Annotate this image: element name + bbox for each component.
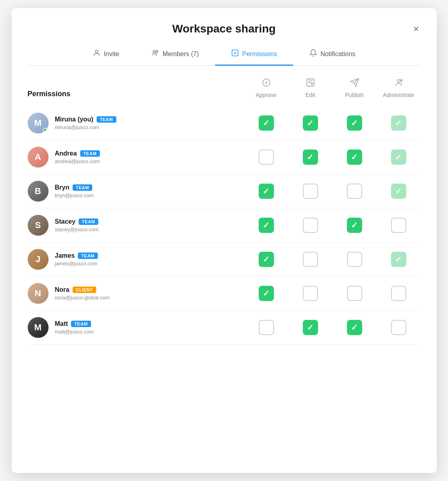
- permission-cells: ✓✓: [212, 252, 421, 267]
- user-email: stacey@jusco.com: [55, 226, 99, 232]
- approve-icon: [262, 78, 271, 89]
- tab-members[interactable]: Members (7): [135, 43, 215, 66]
- invite-icon: [93, 49, 101, 59]
- permission-cell-approve: [244, 150, 288, 165]
- col-approve-label: Approve: [255, 92, 276, 98]
- permission-cell-publish: [332, 252, 377, 267]
- notifications-icon: [309, 49, 317, 59]
- permission-cells: ✓✓: [212, 218, 421, 233]
- avatar: S: [28, 215, 49, 236]
- permission-checkbox[interactable]: [347, 184, 362, 199]
- permission-cell-administrate: ✓: [377, 184, 421, 199]
- user-email: nora@jusco-global.com: [55, 295, 110, 301]
- permission-checkbox[interactable]: ✓: [259, 115, 274, 131]
- members-icon: [151, 49, 159, 59]
- user-email: matt@jusco.com: [55, 329, 94, 335]
- permission-checkbox[interactable]: [391, 286, 406, 301]
- col-administrate-label: Administrate: [383, 92, 414, 98]
- permission-checkbox[interactable]: [391, 320, 406, 335]
- permission-checkbox[interactable]: ✓: [303, 320, 318, 335]
- modal-title: Workspace sharing: [172, 22, 276, 35]
- user-email: james@jusco.com: [55, 261, 98, 267]
- user-name: Nora: [55, 286, 69, 293]
- permission-cell-edit: ✓: [288, 115, 332, 131]
- table-row: MMiruna (you)TEAMmiruna@jusco.com✓✓✓✓: [28, 106, 421, 140]
- tab-notifications-label: Notifications: [320, 51, 355, 58]
- permission-checkbox[interactable]: ✓: [259, 286, 274, 301]
- permission-checkbox[interactable]: ✓: [391, 115, 406, 131]
- permission-cell-publish: ✓: [332, 320, 377, 335]
- permission-checkbox[interactable]: [303, 286, 318, 301]
- tab-members-label: Members (7): [162, 51, 199, 58]
- check-mark: ✓: [351, 221, 358, 229]
- permission-checkbox[interactable]: ✓: [347, 218, 362, 233]
- permission-checkbox[interactable]: [259, 320, 274, 335]
- avatar: A: [28, 147, 49, 168]
- permission-checkbox[interactable]: [347, 286, 362, 301]
- permission-cell-approve: ✓: [244, 252, 288, 267]
- svg-point-10: [397, 80, 400, 83]
- svg-point-1: [153, 51, 156, 53]
- user-details: NoraCLIENTnora@jusco-global.com: [55, 286, 110, 301]
- col-publish-label: Publish: [345, 92, 364, 98]
- tab-permissions[interactable]: Permissions: [215, 43, 293, 66]
- permission-checkbox[interactable]: ✓: [347, 115, 362, 131]
- permission-cells: ✓: [212, 286, 421, 301]
- check-mark: ✓: [395, 255, 402, 263]
- svg-point-0: [95, 50, 98, 53]
- permission-checkbox[interactable]: ✓: [259, 252, 274, 267]
- permission-checkbox[interactable]: ✓: [391, 252, 406, 267]
- check-mark: ✓: [307, 119, 314, 127]
- check-mark: ✓: [263, 187, 270, 195]
- user-badge: TEAM: [97, 116, 116, 123]
- check-mark: ✓: [351, 119, 358, 127]
- user-info: AAndreaTEAMandrea@jusco.com: [28, 147, 212, 168]
- check-mark: ✓: [395, 153, 402, 161]
- tab-invite-label: Invite: [104, 51, 119, 58]
- permissions-icon: [231, 49, 239, 59]
- user-details: Miruna (you)TEAMmiruna@jusco.com: [55, 116, 116, 130]
- col-edit-label: Edit: [305, 92, 315, 98]
- permissions-header: Permissions Approve Edit: [28, 78, 421, 102]
- online-indicator: [43, 128, 48, 133]
- user-name-row: StaceyTEAM: [55, 218, 99, 225]
- permission-checkbox[interactable]: ✓: [391, 150, 406, 165]
- svg-point-2: [156, 51, 158, 53]
- avatar: J: [28, 249, 49, 270]
- permission-checkbox[interactable]: ✓: [303, 150, 318, 165]
- permission-checkbox[interactable]: [303, 184, 318, 199]
- user-email: bryn@jusco.com: [55, 192, 94, 198]
- avatar: B: [28, 181, 49, 202]
- permission-checkbox[interactable]: ✓: [259, 218, 274, 233]
- permission-checkbox[interactable]: [303, 252, 318, 267]
- permission-cell-approve: [244, 320, 288, 335]
- tab-invite[interactable]: Invite: [77, 43, 135, 66]
- administrate-icon: [394, 78, 403, 89]
- user-badge: TEAM: [73, 184, 92, 191]
- permission-checkbox[interactable]: ✓: [303, 115, 318, 131]
- permission-checkbox[interactable]: ✓: [347, 320, 362, 335]
- check-mark: ✓: [263, 289, 270, 297]
- permission-cell-publish: ✓: [332, 115, 377, 131]
- permission-checkbox[interactable]: [391, 218, 406, 233]
- close-button[interactable]: ×: [412, 22, 420, 35]
- permission-cells: ✓✓✓: [212, 150, 421, 165]
- user-details: JamesTEAMjames@jusco.com: [55, 252, 98, 267]
- user-info: BBrynTEAMbryn@jusco.com: [28, 181, 212, 202]
- publish-icon: [350, 78, 359, 89]
- user-info: JJamesTEAMjames@jusco.com: [28, 249, 212, 270]
- permission-cell-publish: ✓: [332, 218, 377, 233]
- permission-cell-administrate: ✓: [377, 150, 421, 165]
- permission-checkbox[interactable]: [347, 252, 362, 267]
- tab-notifications[interactable]: Notifications: [293, 43, 371, 66]
- permission-checkbox[interactable]: [303, 218, 318, 233]
- avatar-initials: M: [28, 317, 49, 338]
- permission-checkbox[interactable]: ✓: [259, 184, 274, 199]
- permission-checkbox[interactable]: ✓: [391, 184, 406, 199]
- permission-checkbox[interactable]: [259, 150, 274, 165]
- permission-checkbox[interactable]: ✓: [347, 150, 362, 165]
- user-name: Andrea: [55, 150, 77, 157]
- check-mark: ✓: [351, 153, 358, 161]
- col-header-edit: Edit: [288, 78, 332, 102]
- permission-cell-administrate: [377, 320, 421, 335]
